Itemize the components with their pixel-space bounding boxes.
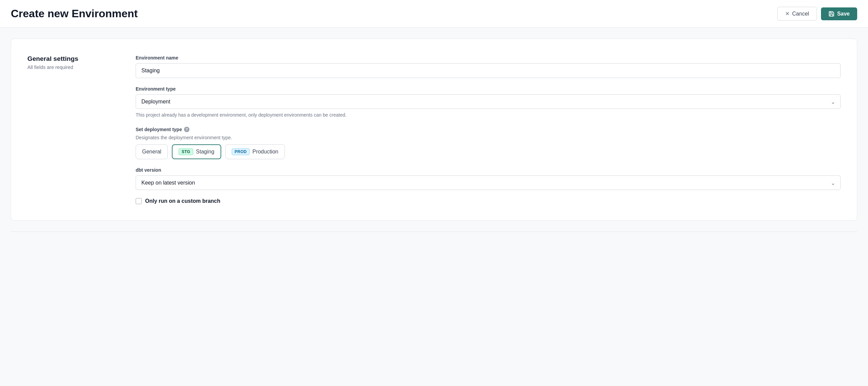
save-label: Save [837,11,850,17]
page-title: Create new Environment [11,7,138,20]
env-type-label: Environment type [136,86,841,92]
page-header: Create new Environment ✕ Cancel Save [0,0,868,28]
help-icon[interactable]: ? [184,127,189,132]
save-button[interactable]: Save [821,7,857,20]
staging-label: Staging [196,149,214,155]
general-label: General [142,149,161,155]
type-button-general[interactable]: General [136,144,168,159]
production-label: Production [252,149,278,155]
form-fields: Environment name Environment type Deploy… [136,55,841,204]
stg-badge: STG [179,148,193,155]
env-type-hint: This project already has a development e… [136,112,841,119]
deployment-type-group: Set deployment type ? Designates the dep… [136,127,841,159]
env-type-select-wrapper: Deployment Development ⌄ [136,94,841,109]
cancel-button[interactable]: ✕ Cancel [777,7,817,21]
dbt-version-select[interactable]: Keep on latest version 1.7 1.6 1.5 [136,175,841,190]
env-name-group: Environment name [136,55,841,78]
env-type-select[interactable]: Deployment Development [136,94,841,109]
header-actions: ✕ Cancel Save [777,7,857,21]
section-divider [11,232,857,232]
dbt-version-group: dbt version Keep on latest version 1.7 1… [136,167,841,190]
section-title: General settings [27,55,122,63]
save-icon [828,11,835,17]
custom-branch-checkbox[interactable] [136,198,142,204]
deployment-type-sublabel: Designates the deployment environment ty… [136,135,841,140]
env-name-input[interactable] [136,63,841,78]
custom-branch-row: Only run on a custom branch [136,198,841,204]
deployment-type-label: Set deployment type [136,127,182,132]
dbt-version-label: dbt version [136,167,841,173]
prod-badge: PROD [232,148,250,155]
main-content: General settings All fields are required… [0,28,868,386]
deployment-type-buttons: General STG Staging PROD Production [136,144,841,159]
type-button-staging[interactable]: STG Staging [172,144,221,159]
section-subtitle: All fields are required [27,65,122,70]
section-info: General settings All fields are required [27,55,136,204]
env-type-group: Environment type Deployment Development … [136,86,841,119]
type-button-production[interactable]: PROD Production [225,144,285,159]
deployment-type-label-row: Set deployment type ? [136,127,841,132]
custom-branch-label[interactable]: Only run on a custom branch [145,198,220,204]
x-icon: ✕ [785,10,790,17]
env-name-label: Environment name [136,55,841,61]
settings-card: General settings All fields are required… [11,39,857,221]
dbt-version-select-wrapper: Keep on latest version 1.7 1.6 1.5 ⌄ [136,175,841,190]
cancel-label: Cancel [792,11,809,17]
